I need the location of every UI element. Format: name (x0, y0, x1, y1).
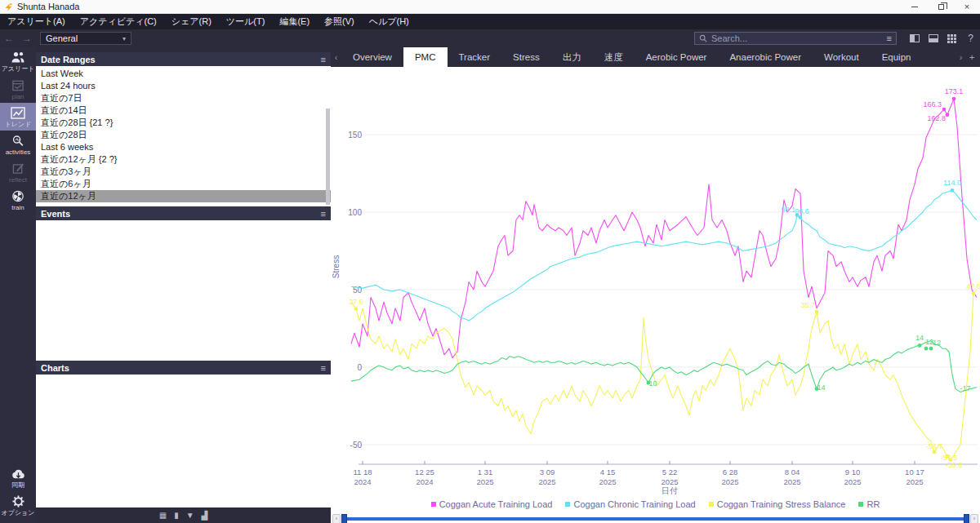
calendar-icon[interactable]: ▦ (159, 512, 167, 520)
legend-label: Coggan Training Stress Balance (717, 499, 846, 509)
svg-text:2025: 2025 (599, 477, 616, 486)
rail-item-athletes[interactable]: アスリート (0, 47, 36, 75)
date-range-item[interactable]: 直近の28日 {21 ?} (36, 117, 331, 129)
svg-text:0: 0 (357, 363, 362, 372)
rail-label: オプション (2, 509, 35, 516)
back-arrow[interactable]: ← (0, 33, 18, 44)
panel-menu-icon[interactable]: ≡ (321, 363, 326, 373)
svg-text:166.3: 166.3 (923, 100, 942, 109)
date-ranges-scrollbar[interactable] (326, 109, 330, 205)
date-range-item[interactable]: 直近の28日 (36, 129, 331, 141)
menu-athlete[interactable]: アスリート(A) (0, 14, 73, 29)
rail-item-options[interactable]: オプション (0, 491, 36, 523)
svg-text:14: 14 (915, 334, 924, 342)
chevron-down-icon: ▾ (122, 35, 126, 42)
tab-scroll-right-icon[interactable]: › (956, 52, 966, 62)
slider-handle-left[interactable] (341, 514, 347, 523)
svg-text:100: 100 (348, 208, 362, 217)
tab-equipment[interactable]: Equipn (871, 47, 913, 67)
rail-item-trends[interactable]: トレンド (0, 103, 36, 131)
activities-search-icon (11, 135, 24, 147)
rail-label: plan (11, 93, 24, 100)
menu-edit[interactable]: 編集(E) (272, 14, 317, 29)
rail-item-train[interactable]: train (0, 186, 36, 214)
slider-right-button[interactable]: › (970, 514, 978, 523)
svg-text:47.6: 47.6 (966, 282, 980, 290)
chart-icon[interactable]: ▟ (202, 512, 208, 520)
toggle-sidebar-button[interactable] (905, 31, 924, 46)
menu-help[interactable]: ヘルプ(H) (362, 14, 416, 29)
date-range-item[interactable]: Last 24 hours (36, 80, 331, 92)
tile-view-button[interactable] (942, 31, 961, 46)
legend-item-tsb[interactable]: Coggan Training Stress Balance (709, 499, 846, 509)
date-range-item[interactable]: 直近の14日 (36, 104, 331, 117)
date-range-item[interactable]: 直近の3ヶ月 (36, 166, 331, 178)
legend-label: RR (866, 499, 880, 509)
date-range-item[interactable]: 直近の12ヶ月 {2 ?} (36, 153, 331, 166)
menu-tools[interactable]: ツール(T) (219, 14, 273, 29)
date-range-item[interactable]: 直近の6ヶ月 (36, 178, 331, 190)
rail-item-plan[interactable]: plan (0, 75, 36, 103)
legend-item-atl[interactable]: Coggan Acute Training Load (431, 499, 553, 509)
slider-track[interactable] (341, 517, 969, 521)
lowbar-layout-icon (929, 34, 938, 42)
tab-speed[interactable]: 速度 (593, 47, 635, 67)
tab-overview[interactable]: Overview (341, 47, 403, 67)
panel-menu-icon[interactable]: ≡ (321, 55, 326, 64)
toggle-lowbar-button[interactable] (924, 31, 942, 46)
minimize-button[interactable] (902, 0, 928, 13)
menu-view[interactable]: 参照(V) (317, 14, 362, 29)
rail-label: train (11, 204, 24, 211)
date-range-item[interactable]: Last Week (36, 68, 331, 80)
svg-text:150: 150 (348, 131, 362, 140)
date-range-item[interactable]: 直近の7日 (36, 92, 331, 104)
legend-item-ctl[interactable]: Coggan Chronic Training Load (565, 499, 695, 509)
search-box[interactable]: ≡ (694, 32, 897, 45)
tab-anaerobic-power[interactable]: Anaerobic Power (718, 47, 813, 67)
svg-text:2025: 2025 (661, 477, 678, 486)
legend-item-rr[interactable]: RR (858, 499, 880, 509)
help-button[interactable]: ? (961, 31, 980, 46)
date-range-item[interactable]: Last 6 weeks (36, 141, 331, 153)
close-button[interactable]: × (954, 0, 980, 13)
svg-text:12: 12 (933, 339, 941, 347)
restore-button[interactable] (928, 0, 954, 13)
svg-text:2024: 2024 (354, 477, 371, 486)
slider-handle-right[interactable] (964, 514, 969, 523)
forward-arrow[interactable]: → (18, 33, 36, 44)
search-input[interactable] (707, 33, 887, 43)
search-menu-icon[interactable]: ≡ (887, 33, 892, 43)
add-tab-button[interactable]: + (966, 52, 978, 62)
svg-text:12 25: 12 25 (415, 468, 434, 476)
bookmark-icon[interactable]: ▮ (174, 512, 179, 520)
main-area: ‹ Overview PMC Tracker Stress 出力 速度 Aero… (331, 47, 980, 523)
tab-workout[interactable]: Workout (813, 47, 871, 67)
svg-text:2025: 2025 (844, 477, 861, 486)
trends-icon (11, 107, 25, 119)
rail-item-activities[interactable]: activities (0, 131, 36, 158)
tab-power[interactable]: 出力 (551, 47, 593, 67)
rail-item-reflect[interactable]: reflect (0, 158, 36, 186)
slider-left-button[interactable]: ‹ (332, 514, 341, 523)
pmc-chart[interactable]: 150100500-50Stress11 18202412 2520241 31… (331, 67, 980, 494)
rail-label: トレンド (5, 121, 32, 128)
svg-text:2025: 2025 (476, 477, 493, 486)
tab-tracker[interactable]: Tracker (448, 47, 502, 67)
scope-selector[interactable]: General ▾ (40, 32, 131, 45)
date-range-item-selected[interactable]: 直近の12ヶ月 (36, 190, 331, 202)
rail-label: activities (6, 148, 31, 156)
legend-swatch-rr (858, 502, 863, 507)
svg-text:4 15: 4 15 (600, 468, 616, 476)
rail-item-sync[interactable]: 同期 (0, 464, 36, 491)
panel-menu-icon[interactable]: ≡ (321, 209, 326, 219)
menu-share[interactable]: シェア(R) (164, 14, 219, 29)
tab-aerobic-power[interactable]: Aerobic Power (635, 47, 719, 67)
menu-activity[interactable]: アクティビティ(C) (73, 14, 164, 29)
tab-pmc[interactable]: PMC (403, 47, 448, 67)
tab-scroll-left-icon[interactable]: ‹ (331, 52, 341, 62)
tab-stress[interactable]: Stress (501, 47, 551, 67)
plan-icon (11, 79, 24, 91)
filter-icon[interactable]: ▼ (186, 512, 194, 520)
svg-text:2024: 2024 (416, 477, 433, 486)
sidebar-layout-icon (910, 34, 920, 42)
